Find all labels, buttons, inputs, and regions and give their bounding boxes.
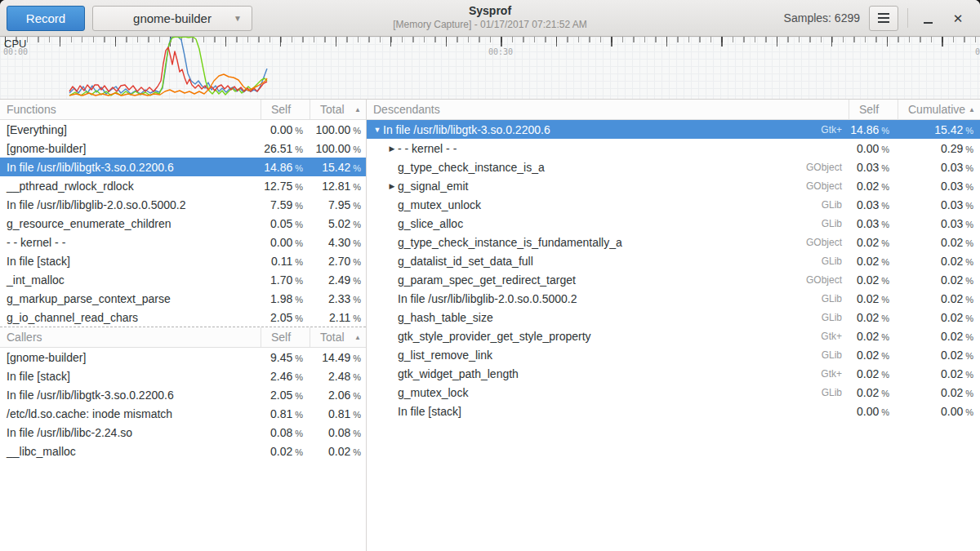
descendant-name: gtk_style_provider_get_style_property: [398, 330, 591, 343]
percent-sign: %: [350, 220, 361, 229]
tree-row[interactable]: g_list_remove_linkGLib0.02%0.02%: [367, 345, 980, 364]
total-value: 0.08%: [310, 426, 366, 439]
descendant-name: g_slice_alloc: [398, 217, 463, 230]
tree-row[interactable]: g_type_check_instance_is_aGObject0.03%0.…: [367, 158, 980, 176]
tree-row[interactable]: g_datalist_id_set_data_fullGLib0.02%0.02…: [367, 251, 980, 270]
tree-row[interactable]: ▶- - kernel - -0.00%0.29%: [367, 139, 980, 158]
tree-row[interactable]: g_slice_allocGLib0.03%0.03%: [367, 214, 980, 233]
table-row[interactable]: g_resource_enumerate_children0.05%5.02%: [0, 214, 366, 233]
self-value-number: 0.00: [270, 236, 292, 249]
column-header-total[interactable]: Total ▲: [310, 100, 366, 119]
percent-sign: %: [879, 295, 889, 304]
column-header-functions[interactable]: Functions: [0, 103, 261, 116]
cumulative-value-number: 0.02: [941, 367, 963, 380]
table-row[interactable]: In file /usr/lib/libgtk-3.so.0.2200.614.…: [0, 158, 366, 176]
column-header-total[interactable]: Total ▲: [310, 327, 366, 347]
menu-button[interactable]: [869, 6, 898, 31]
table-row[interactable]: _int_malloc1.70%2.49%: [0, 270, 366, 289]
close-icon: ✕: [953, 12, 964, 24]
percent-sign: %: [963, 257, 973, 267]
titlebar[interactable]: Record gnome-builder ▼ Sysprof [Memory C…: [0, 0, 980, 37]
tree-row[interactable]: gtk_style_provider_get_style_propertyGtk…: [367, 327, 980, 345]
table-row[interactable]: /etc/ld.so.cache: inode mismatch0.81%0.8…: [0, 404, 366, 423]
self-value-number: 0.02: [857, 311, 879, 324]
total-value: 12.81%: [310, 180, 366, 193]
self-value: 0.08%: [261, 426, 310, 439]
function-name: In file /usr/lib/libglib-2.0.so.0.5000.2: [0, 198, 261, 211]
percent-sign: %: [292, 163, 303, 173]
table-row[interactable]: - - kernel - -0.00%4.30%: [0, 233, 366, 251]
total-value: 4.30%: [310, 236, 366, 249]
cumulative-value-number: 0.00: [941, 405, 963, 418]
descendant-name-cell: gtk_widget_path_lengthGtk+: [367, 367, 849, 380]
table-row[interactable]: In file /usr/lib/libglib-2.0.so.0.5000.2…: [0, 195, 366, 214]
cpu-graph[interactable]: CPU 00:00 00:30 01:00: [0, 37, 980, 100]
function-name: - - kernel - -: [0, 236, 261, 249]
table-row[interactable]: In file /usr/lib/libgtk-3.so.0.2200.62.0…: [0, 385, 366, 404]
library-badge: GLib: [822, 218, 849, 229]
tree-row[interactable]: g_mutex_unlockGLib0.03%0.03%: [367, 195, 980, 214]
tree-row[interactable]: g_mutex_lockGLib0.02%0.02%: [367, 383, 980, 402]
cumulative-value: 0.02%: [898, 386, 980, 399]
column-header-self[interactable]: Self: [261, 100, 310, 119]
descendant-name: g_hash_table_size: [398, 311, 493, 324]
tree-row[interactable]: ▼In file /usr/lib/libgtk-3.so.0.2200.6Gt…: [367, 120, 980, 139]
table-row[interactable]: __pthread_rwlock_rdlock12.75%12.81%: [0, 176, 366, 195]
percent-sign: %: [350, 126, 361, 136]
table-row[interactable]: In file [stack]0.11%2.70%: [0, 251, 366, 270]
table-row[interactable]: g_io_channel_read_chars2.05%2.11%: [0, 308, 366, 327]
table-row[interactable]: [gnome-builder]26.51%100.00%: [0, 139, 366, 158]
record-button[interactable]: Record: [7, 6, 85, 31]
minimize-button[interactable]: [917, 7, 938, 29]
column-header-callers[interactable]: Callers: [0, 331, 261, 344]
tree-row[interactable]: gtk_widget_path_lengthGtk+0.02%0.02%: [367, 364, 980, 383]
table-row[interactable]: [Everything]0.00%100.00%: [0, 120, 366, 139]
tree-row[interactable]: g_hash_table_sizeGLib0.02%0.02%: [367, 308, 980, 327]
descendant-name-cell: g_type_check_instance_is_fundamentally_a…: [367, 236, 849, 249]
column-header-descendants[interactable]: Descendants: [367, 103, 849, 116]
total-value: 2.33%: [310, 292, 366, 305]
total-value: 2.48%: [310, 370, 366, 383]
cumulative-value-number: 0.02: [941, 330, 963, 343]
self-value: 0.00%: [261, 123, 310, 136]
cumulative-value: 0.03%: [898, 198, 980, 211]
expander-closed-icon[interactable]: ▶: [386, 144, 398, 153]
self-value: 0.02%: [849, 292, 898, 305]
self-value-number: 0.03: [857, 217, 879, 230]
right-pane: Descendants Self Cumulative ▲ ▼In file /…: [367, 100, 980, 551]
self-value: 0.02%: [849, 349, 898, 362]
table-row[interactable]: In file /usr/lib/libc-2.24.so0.08%0.08%: [0, 423, 366, 442]
table-row[interactable]: In file [stack]2.46%2.48%: [0, 367, 366, 385]
self-value-number: 0.02: [857, 386, 879, 399]
close-button[interactable]: ✕: [947, 7, 969, 29]
self-value-number: 9.45: [270, 351, 292, 364]
self-value-number: 0.81: [270, 407, 292, 420]
percent-sign: %: [292, 201, 303, 211]
self-value-number: 0.02: [857, 273, 879, 287]
percent-sign: %: [963, 220, 973, 229]
expander-open-icon[interactable]: ▼: [372, 126, 383, 134]
column-header-cumulative-label: Cumulative: [908, 103, 965, 116]
table-row[interactable]: g_markup_parse_context_parse1.98%2.33%: [0, 289, 366, 308]
cumulative-value: 0.02%: [898, 349, 980, 362]
descendant-name-cell: g_list_remove_linkGLib: [367, 349, 849, 362]
callers-header: Callers Self Total ▲: [0, 327, 366, 348]
percent-sign: %: [350, 429, 361, 438]
percent-sign: %: [879, 201, 889, 211]
self-value-number: 0.03: [857, 161, 879, 174]
table-row[interactable]: __libc_malloc0.02%0.02%: [0, 442, 366, 460]
tree-row[interactable]: g_type_check_instance_is_fundamentally_a…: [367, 233, 980, 251]
column-header-self[interactable]: Self: [849, 100, 898, 119]
column-header-self[interactable]: Self: [261, 327, 310, 347]
self-value: 9.45%: [261, 351, 310, 364]
tree-row[interactable]: ▶g_signal_emitGObject0.02%0.03%: [367, 176, 980, 195]
tree-row[interactable]: g_param_spec_get_redirect_targetGObject0…: [367, 270, 980, 289]
expander-closed-icon[interactable]: ▶: [386, 182, 398, 190]
column-header-cumulative[interactable]: Cumulative ▲: [898, 100, 980, 119]
table-row[interactable]: [gnome-builder]9.45%14.49%: [0, 348, 366, 367]
percent-sign: %: [292, 220, 303, 229]
tree-row[interactable]: In file /usr/lib/libglib-2.0.so.0.5000.2…: [367, 289, 980, 308]
tree-row[interactable]: In file [stack]0.00%0.00%: [367, 402, 980, 420]
process-selector-dropdown[interactable]: gnome-builder ▼: [92, 6, 252, 31]
library-badge: Gtk+: [821, 331, 849, 342]
